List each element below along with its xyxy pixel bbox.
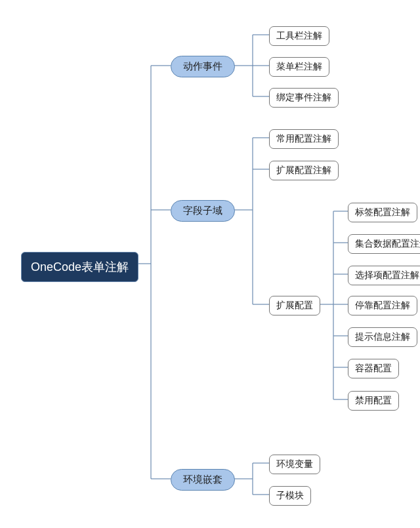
branch-field: 字段子域: [171, 200, 235, 222]
branch-field-label: 字段子域: [183, 205, 222, 217]
leaf-envvar-label: 环境变量: [276, 458, 313, 470]
leaf-hintconfig: 提示信息注解: [348, 327, 417, 347]
leaf-envvar: 环境变量: [269, 455, 320, 474]
leaf-menubar: 菜单栏注解: [269, 57, 329, 77]
branch-env-label: 环境嵌套: [183, 474, 222, 486]
leaf-commonconfig-label: 常用配置注解: [276, 133, 331, 145]
leaf-extendconfig: 扩展配置: [269, 296, 320, 315]
leaf-collectconfig-label: 集合数据配置注解: [355, 238, 420, 250]
leaf-disablecfg-label: 禁用配置: [355, 395, 392, 407]
leaf-commonconfig: 常用配置注解: [269, 129, 339, 149]
leaf-dockconfig: 停靠配置注解: [348, 296, 417, 315]
leaf-collectconfig: 集合数据配置注解: [348, 234, 420, 254]
leaf-toolbar: 工具栏注解: [269, 26, 329, 46]
leaf-hintconfig-label: 提示信息注解: [355, 331, 410, 343]
leaf-submodule-label: 子模块: [276, 490, 304, 502]
root-node: OneCode表单注解: [21, 252, 138, 282]
leaf-extendconfig-label: 扩展配置: [276, 300, 313, 312]
leaf-bindevent: 绑定事件注解: [269, 88, 339, 108]
root-label: OneCode表单注解: [31, 259, 129, 275]
leaf-submodule: 子模块: [269, 486, 311, 506]
leaf-selectconfig-label: 选择项配置注解: [355, 270, 419, 281]
leaf-disablecfg: 禁用配置: [348, 391, 399, 411]
leaf-menubar-label: 菜单栏注解: [276, 61, 322, 73]
leaf-containercfg: 容器配置: [348, 359, 399, 378]
branch-action: 动作事件: [171, 56, 235, 77]
branch-action-label: 动作事件: [183, 60, 222, 73]
leaf-extendconfig-a-label: 扩展配置注解: [276, 165, 331, 176]
leaf-extendconfig-a: 扩展配置注解: [269, 161, 339, 180]
leaf-toolbar-label: 工具栏注解: [276, 30, 322, 42]
leaf-dockconfig-label: 停靠配置注解: [355, 300, 410, 312]
branch-env: 环境嵌套: [171, 469, 235, 491]
leaf-bindevent-label: 绑定事件注解: [276, 92, 331, 104]
leaf-labelconfig-label: 标签配置注解: [355, 207, 410, 218]
leaf-containercfg-label: 容器配置: [355, 363, 392, 375]
leaf-selectconfig: 选择项配置注解: [348, 266, 420, 285]
leaf-labelconfig: 标签配置注解: [348, 203, 417, 222]
